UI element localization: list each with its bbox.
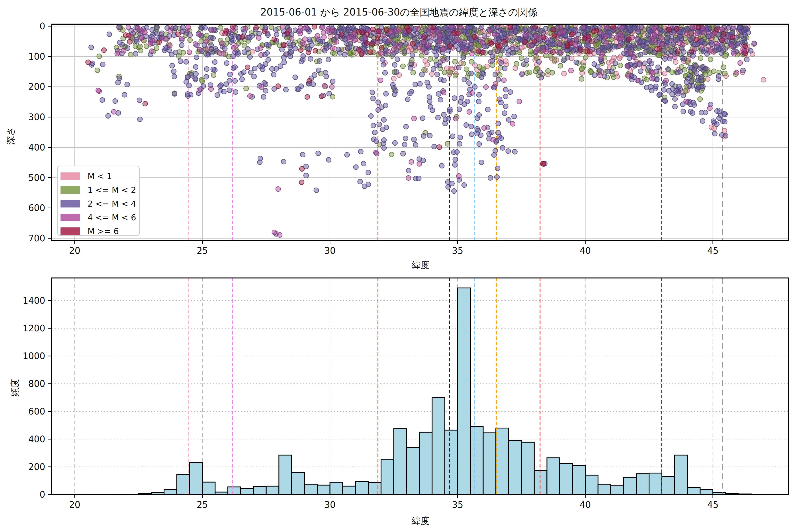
- legend: M < 11 <= M < 22 <= M < 44 <= M < 6M >= …: [57, 166, 140, 236]
- histogram-bar: [304, 484, 317, 495]
- legend-swatch: [60, 172, 80, 180]
- scatter-y-tick-label: 500: [28, 173, 45, 183]
- histogram-x-tick-label: 20: [69, 500, 80, 510]
- histogram-bar: [611, 486, 624, 495]
- histogram-y-tick-label: 1000: [23, 351, 45, 361]
- histogram-bar: [687, 488, 700, 495]
- legend-item: 2 <= M < 4: [60, 197, 139, 211]
- histogram-y-tick-label: 600: [28, 406, 45, 417]
- histogram-bar: [649, 473, 662, 495]
- histogram-bar: [547, 458, 560, 495]
- histogram-bar: [674, 455, 687, 495]
- histogram-bar: [419, 432, 432, 495]
- histogram-bar: [662, 477, 675, 495]
- histogram-bar: [228, 487, 241, 495]
- scatter-x-tick-label: 20: [69, 246, 80, 256]
- histogram-bar: [636, 474, 649, 495]
- scatter-y-tick-label: 200: [28, 81, 45, 92]
- histogram-bar: [432, 398, 445, 495]
- legend-item: 1 <= M < 2: [60, 183, 139, 197]
- scatter-y-tick-label: 300: [28, 112, 45, 122]
- scatter-x-tick-label: 25: [197, 246, 208, 256]
- histogram-bar: [700, 489, 713, 495]
- scatter-x-tick-label: 30: [324, 246, 336, 256]
- histogram-bar: [534, 470, 547, 495]
- histogram-y-axis-label: 頻度: [8, 344, 21, 432]
- chart-title: 2015-06-01 から 2015-06-30の全国地震の緯度と深さの関係: [0, 6, 798, 19]
- histogram-bar: [585, 475, 598, 495]
- histogram-x-tick-label: 25: [197, 500, 208, 510]
- scatter-y-tick-label: 600: [28, 203, 45, 213]
- histogram-bar: [381, 459, 394, 495]
- histogram-y-tick-label: 400: [28, 434, 45, 444]
- histogram-bar: [356, 482, 368, 495]
- legend-swatch: [60, 214, 80, 221]
- histogram-y-tick-label: 0: [40, 490, 45, 500]
- histogram-bar: [266, 486, 279, 495]
- histogram-bar: [394, 429, 407, 495]
- histogram-bars: [88, 288, 764, 495]
- histogram-bar: [343, 486, 356, 495]
- histogram-bar: [292, 472, 305, 495]
- histogram-bar: [445, 430, 458, 495]
- figure: 2025303540450100200300400500600700202530…: [0, 0, 798, 532]
- scatter-x-axis-label: 緯度: [376, 259, 465, 271]
- scatter-y-tick-label: 0: [40, 21, 45, 31]
- histogram-y-tick-label: 800: [28, 379, 45, 389]
- histogram-y-tick-label: 1400: [23, 296, 45, 306]
- legend-item: M < 1: [60, 169, 139, 183]
- legend-swatch: [60, 227, 80, 235]
- histogram-bar: [496, 428, 509, 495]
- histogram-bar: [483, 433, 496, 495]
- histogram-bar: [573, 466, 585, 495]
- legend-label: M >= 6: [88, 227, 119, 236]
- scatter-y-tick-label: 700: [28, 233, 45, 243]
- legend-item: 4 <= M < 6: [60, 211, 139, 224]
- histogram-y-tick-label: 1200: [23, 323, 45, 334]
- histogram-bar: [598, 484, 611, 495]
- histogram-bar: [253, 487, 266, 495]
- histogram-bar: [317, 485, 330, 495]
- histogram-bar: [241, 489, 253, 495]
- histogram-bar: [509, 440, 521, 495]
- histogram-bar: [457, 288, 470, 495]
- histogram-y-tick-label: 200: [28, 462, 45, 472]
- histogram-bar: [177, 474, 190, 495]
- scatter-y-tick-label: 400: [28, 142, 45, 152]
- histogram-bar: [202, 482, 215, 495]
- histogram-bar: [406, 448, 419, 495]
- histogram-x-axis-label: 緯度: [376, 515, 465, 527]
- legend-label: 1 <= M < 2: [88, 185, 136, 195]
- scatter-y-axis-label: 深さ: [5, 92, 17, 180]
- histogram-x-tick-label: 45: [707, 500, 719, 510]
- legend-swatch: [60, 186, 80, 194]
- histogram-bar: [368, 482, 381, 495]
- legend-item: M >= 6: [60, 224, 139, 238]
- scatter-x-tick-label: 45: [707, 246, 719, 256]
- histogram-bar: [560, 463, 573, 495]
- histogram-bar: [279, 455, 292, 495]
- histogram-x-tick-label: 35: [452, 500, 463, 510]
- histogram-x-tick-label: 30: [324, 500, 336, 510]
- scatter-x-tick-label: 35: [452, 246, 463, 256]
- histogram-bar: [470, 427, 483, 495]
- legend-label: 2 <= M < 4: [88, 199, 136, 209]
- histogram-bar: [164, 490, 177, 495]
- histogram-x-tick-label: 40: [580, 500, 591, 510]
- legend-label: 4 <= M < 6: [88, 213, 136, 222]
- histogram-bar: [330, 482, 343, 495]
- histogram-bar: [190, 463, 202, 495]
- scatter-x-tick-label: 40: [580, 246, 591, 256]
- histogram-bar: [624, 477, 636, 495]
- legend-label: M < 1: [88, 172, 112, 181]
- scatter-y-tick-label: 100: [28, 52, 45, 62]
- histogram-bar: [521, 442, 534, 495]
- legend-swatch: [60, 200, 80, 208]
